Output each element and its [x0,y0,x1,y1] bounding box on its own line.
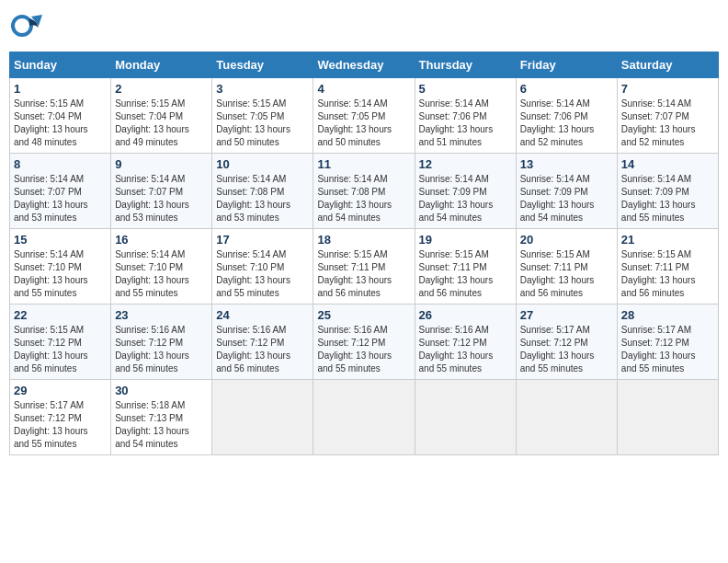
day-number: 28 [621,308,714,322]
calendar-cell: 3Sunrise: 5:15 AMSunset: 7:05 PMDaylight… [212,78,313,154]
day-detail: Sunrise: 5:14 AMSunset: 7:06 PMDaylight:… [419,98,512,149]
calendar-cell [415,380,516,455]
weekday-header: Monday [111,52,212,78]
day-number: 9 [115,157,208,171]
logo [9,9,48,42]
day-detail: Sunrise: 5:15 AMSunset: 7:12 PMDaylight:… [14,324,107,375]
day-number: 1 [14,82,107,96]
day-number: 15 [14,233,107,247]
day-number: 21 [621,233,714,247]
calendar-row: 22Sunrise: 5:15 AMSunset: 7:12 PMDayligh… [10,304,719,380]
day-detail: Sunrise: 5:14 AMSunset: 7:07 PMDaylight:… [14,173,107,224]
day-number: 27 [520,308,613,322]
day-detail: Sunrise: 5:16 AMSunset: 7:12 PMDaylight:… [317,324,410,375]
calendar-cell: 14Sunrise: 5:14 AMSunset: 7:09 PMDayligh… [617,154,718,229]
calendar-cell: 19Sunrise: 5:15 AMSunset: 7:11 PMDayligh… [415,229,516,304]
calendar-row: 29Sunrise: 5:17 AMSunset: 7:12 PMDayligh… [10,380,719,455]
day-number: 2 [115,82,208,96]
day-number: 20 [520,233,613,247]
day-number: 13 [520,157,613,171]
calendar-cell: 15Sunrise: 5:14 AMSunset: 7:10 PMDayligh… [10,229,111,304]
day-detail: Sunrise: 5:15 AMSunset: 7:04 PMDaylight:… [115,98,208,149]
calendar-row: 15Sunrise: 5:14 AMSunset: 7:10 PMDayligh… [10,229,719,304]
day-number: 4 [317,82,410,96]
day-detail: Sunrise: 5:17 AMSunset: 7:12 PMDaylight:… [520,324,613,375]
svg-point-0 [13,17,31,35]
calendar-cell [516,380,617,455]
day-detail: Sunrise: 5:14 AMSunset: 7:09 PMDaylight:… [520,173,613,224]
calendar-cell: 7Sunrise: 5:14 AMSunset: 7:07 PMDaylight… [617,78,718,154]
calendar-cell: 23Sunrise: 5:16 AMSunset: 7:12 PMDayligh… [111,304,212,380]
day-number: 10 [216,157,309,171]
calendar-cell: 10Sunrise: 5:14 AMSunset: 7:08 PMDayligh… [212,154,313,229]
day-number: 5 [419,82,512,96]
calendar-cell: 21Sunrise: 5:15 AMSunset: 7:11 PMDayligh… [617,229,718,304]
calendar-cell: 6Sunrise: 5:14 AMSunset: 7:06 PMDaylight… [516,78,617,154]
calendar-cell: 24Sunrise: 5:16 AMSunset: 7:12 PMDayligh… [212,304,313,380]
weekday-header: Sunday [10,52,111,78]
day-detail: Sunrise: 5:15 AMSunset: 7:11 PMDaylight:… [419,248,512,300]
day-number: 29 [14,384,107,397]
day-detail: Sunrise: 5:14 AMSunset: 7:10 PMDaylight:… [14,248,107,300]
day-number: 8 [14,157,107,171]
day-number: 19 [419,233,512,247]
calendar-row: 8Sunrise: 5:14 AMSunset: 7:07 PMDaylight… [10,154,719,229]
weekday-header: Wednesday [313,52,415,78]
calendar-row: 1Sunrise: 5:15 AMSunset: 7:04 PMDaylight… [10,78,719,154]
calendar-cell: 4Sunrise: 5:14 AMSunset: 7:05 PMDaylight… [313,78,415,154]
day-number: 18 [317,233,410,247]
calendar-cell: 26Sunrise: 5:16 AMSunset: 7:12 PMDayligh… [415,304,516,380]
calendar-cell: 16Sunrise: 5:14 AMSunset: 7:10 PMDayligh… [111,229,212,304]
day-detail: Sunrise: 5:14 AMSunset: 7:10 PMDaylight:… [115,248,208,300]
day-detail: Sunrise: 5:16 AMSunset: 7:12 PMDaylight:… [419,324,512,375]
weekday-header: Saturday [617,52,718,78]
day-number: 11 [317,157,410,171]
day-number: 30 [115,384,208,397]
calendar-cell: 29Sunrise: 5:17 AMSunset: 7:12 PMDayligh… [10,380,111,455]
calendar-header: SundayMondayTuesdayWednesdayThursdayFrid… [10,52,719,78]
day-detail: Sunrise: 5:14 AMSunset: 7:05 PMDaylight:… [317,98,410,149]
calendar-cell: 17Sunrise: 5:14 AMSunset: 7:10 PMDayligh… [212,229,313,304]
day-detail: Sunrise: 5:16 AMSunset: 7:12 PMDaylight:… [115,324,208,375]
day-number: 7 [621,82,714,96]
calendar-cell: 1Sunrise: 5:15 AMSunset: 7:04 PMDaylight… [10,78,111,154]
day-detail: Sunrise: 5:15 AMSunset: 7:11 PMDaylight:… [317,248,410,300]
weekday-header: Friday [516,52,617,78]
day-number: 26 [419,308,512,322]
calendar-cell: 9Sunrise: 5:14 AMSunset: 7:07 PMDaylight… [111,154,212,229]
calendar-cell: 5Sunrise: 5:14 AMSunset: 7:06 PMDaylight… [415,78,516,154]
calendar-cell: 27Sunrise: 5:17 AMSunset: 7:12 PMDayligh… [516,304,617,380]
day-detail: Sunrise: 5:18 AMSunset: 7:13 PMDaylight:… [115,399,208,451]
day-detail: Sunrise: 5:16 AMSunset: 7:12 PMDaylight:… [216,324,309,375]
day-detail: Sunrise: 5:14 AMSunset: 7:10 PMDaylight:… [216,248,309,300]
calendar-cell: 28Sunrise: 5:17 AMSunset: 7:12 PMDayligh… [617,304,718,380]
calendar-cell: 8Sunrise: 5:14 AMSunset: 7:07 PMDaylight… [10,154,111,229]
calendar-cell: 18Sunrise: 5:15 AMSunset: 7:11 PMDayligh… [313,229,415,304]
day-number: 12 [419,157,512,171]
day-detail: Sunrise: 5:17 AMSunset: 7:12 PMDaylight:… [14,399,107,451]
calendar-cell: 22Sunrise: 5:15 AMSunset: 7:12 PMDayligh… [10,304,111,380]
day-number: 22 [14,308,107,322]
calendar-cell: 30Sunrise: 5:18 AMSunset: 7:13 PMDayligh… [111,380,212,455]
calendar-cell: 12Sunrise: 5:14 AMSunset: 7:09 PMDayligh… [415,154,516,229]
day-number: 6 [520,82,613,96]
day-detail: Sunrise: 5:15 AMSunset: 7:11 PMDaylight:… [520,248,613,300]
day-detail: Sunrise: 5:14 AMSunset: 7:09 PMDaylight:… [419,173,512,224]
calendar-cell [617,380,718,455]
day-detail: Sunrise: 5:14 AMSunset: 7:07 PMDaylight:… [115,173,208,224]
day-detail: Sunrise: 5:14 AMSunset: 7:07 PMDaylight:… [621,98,714,149]
day-detail: Sunrise: 5:14 AMSunset: 7:08 PMDaylight:… [216,173,309,224]
day-number: 23 [115,308,208,322]
calendar-cell: 13Sunrise: 5:14 AMSunset: 7:09 PMDayligh… [516,154,617,229]
calendar-cell [313,380,415,455]
day-detail: Sunrise: 5:15 AMSunset: 7:04 PMDaylight:… [14,98,107,149]
day-detail: Sunrise: 5:15 AMSunset: 7:05 PMDaylight:… [216,98,309,149]
day-number: 3 [216,82,309,96]
day-detail: Sunrise: 5:14 AMSunset: 7:08 PMDaylight:… [317,173,410,224]
day-detail: Sunrise: 5:15 AMSunset: 7:11 PMDaylight:… [621,248,714,300]
calendar-cell: 25Sunrise: 5:16 AMSunset: 7:12 PMDayligh… [313,304,415,380]
calendar: SundayMondayTuesdayWednesdayThursdayFrid… [9,52,719,455]
weekday-header: Tuesday [212,52,313,78]
day-number: 14 [621,157,714,171]
day-number: 24 [216,308,309,322]
